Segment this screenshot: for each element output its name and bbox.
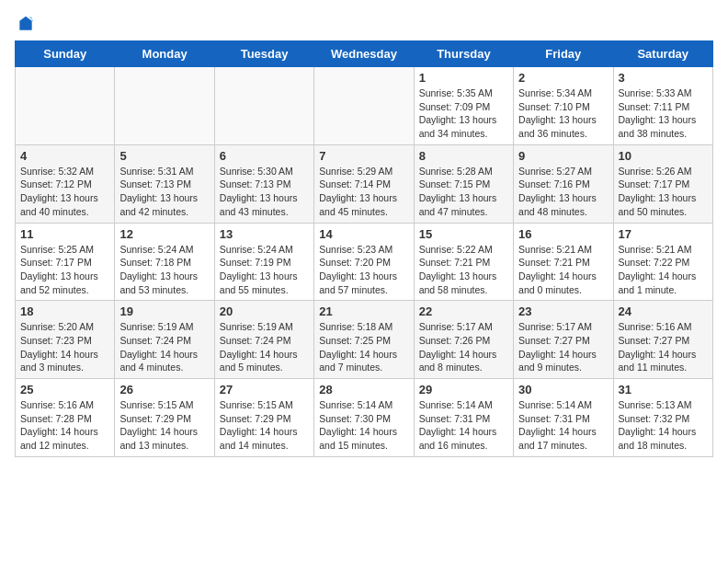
day-number: 24 — [619, 304, 708, 318]
calendar-cell: 16Sunrise: 5:21 AMSunset: 7:21 PMDayligh… — [514, 223, 613, 301]
day-info: Sunrise: 5:27 AMSunset: 7:16 PMDaylight:… — [518, 165, 608, 219]
calendar-cell: 15Sunrise: 5:22 AMSunset: 7:21 PMDayligh… — [414, 223, 513, 301]
day-info: Sunrise: 5:17 AMSunset: 7:27 PMDaylight:… — [518, 320, 608, 374]
day-info: Sunrise: 5:28 AMSunset: 7:15 PMDaylight:… — [419, 165, 508, 219]
day-of-week-header: Friday — [514, 41, 613, 67]
calendar-header-row: SundayMondayTuesdayWednesdayThursdayFrid… — [16, 41, 713, 67]
day-info: Sunrise: 5:21 AMSunset: 7:22 PMDaylight:… — [619, 243, 708, 297]
day-info: Sunrise: 5:14 AMSunset: 7:31 PMDaylight:… — [419, 398, 508, 453]
day-number: 1 — [419, 71, 508, 85]
day-info: Sunrise: 5:22 AMSunset: 7:21 PMDaylight:… — [419, 243, 508, 297]
calendar-cell: 27Sunrise: 5:15 AMSunset: 7:29 PMDayligh… — [214, 379, 313, 457]
day-of-week-header: Wednesday — [314, 41, 414, 67]
calendar-cell: 30Sunrise: 5:14 AMSunset: 7:31 PMDayligh… — [514, 379, 613, 457]
calendar-cell: 13Sunrise: 5:24 AMSunset: 7:19 PMDayligh… — [214, 223, 313, 301]
calendar-cell: 18Sunrise: 5:20 AMSunset: 7:23 PMDayligh… — [16, 301, 115, 379]
calendar-cell: 1Sunrise: 5:35 AMSunset: 7:09 PMDaylight… — [414, 67, 513, 145]
day-info: Sunrise: 5:13 AMSunset: 7:32 PMDaylight:… — [619, 398, 708, 453]
day-number: 27 — [220, 383, 309, 396]
calendar-cell: 10Sunrise: 5:26 AMSunset: 7:17 PMDayligh… — [613, 144, 712, 223]
day-info: Sunrise: 5:30 AMSunset: 7:13 PMDaylight:… — [220, 165, 309, 219]
day-info: Sunrise: 5:17 AMSunset: 7:26 PMDaylight:… — [419, 320, 508, 374]
calendar-cell: 20Sunrise: 5:19 AMSunset: 7:24 PMDayligh… — [214, 301, 313, 379]
calendar-cell — [115, 67, 214, 145]
day-number: 11 — [20, 227, 109, 241]
day-of-week-header: Monday — [115, 41, 214, 67]
day-info: Sunrise: 5:35 AMSunset: 7:09 PMDaylight:… — [419, 86, 508, 141]
day-info: Sunrise: 5:16 AMSunset: 7:27 PMDaylight:… — [619, 320, 708, 374]
calendar-cell: 4Sunrise: 5:32 AMSunset: 7:12 PMDaylight… — [16, 144, 115, 223]
day-info: Sunrise: 5:33 AMSunset: 7:11 PMDaylight:… — [619, 86, 708, 141]
calendar-cell: 17Sunrise: 5:21 AMSunset: 7:22 PMDayligh… — [613, 223, 712, 301]
day-info: Sunrise: 5:16 AMSunset: 7:28 PMDaylight:… — [20, 398, 109, 453]
calendar-cell: 14Sunrise: 5:23 AMSunset: 7:20 PMDayligh… — [314, 223, 414, 301]
calendar-cell — [314, 67, 414, 145]
logo-icon — [17, 15, 35, 33]
day-number: 9 — [518, 149, 608, 163]
day-info: Sunrise: 5:15 AMSunset: 7:29 PMDaylight:… — [119, 398, 209, 453]
calendar-cell: 9Sunrise: 5:27 AMSunset: 7:16 PMDaylight… — [514, 144, 613, 223]
day-number: 3 — [619, 71, 708, 85]
day-info: Sunrise: 5:25 AMSunset: 7:17 PMDaylight:… — [20, 243, 109, 297]
calendar-cell: 2Sunrise: 5:34 AMSunset: 7:10 PMDaylight… — [514, 67, 613, 145]
day-number: 25 — [20, 383, 109, 396]
day-number: 30 — [518, 383, 608, 396]
calendar-cell — [16, 67, 115, 145]
day-info: Sunrise: 5:23 AMSunset: 7:20 PMDaylight:… — [319, 243, 408, 297]
day-number: 12 — [119, 227, 209, 241]
day-number: 20 — [220, 304, 309, 318]
day-number: 23 — [518, 304, 608, 318]
day-number: 29 — [419, 383, 508, 396]
day-number: 7 — [319, 149, 408, 163]
day-number: 5 — [119, 149, 209, 163]
day-info: Sunrise: 5:24 AMSunset: 7:18 PMDaylight:… — [119, 243, 209, 297]
calendar-cell: 19Sunrise: 5:19 AMSunset: 7:24 PMDayligh… — [115, 301, 214, 379]
day-info: Sunrise: 5:31 AMSunset: 7:13 PMDaylight:… — [119, 165, 209, 219]
day-number: 14 — [319, 227, 408, 241]
calendar-cell: 5Sunrise: 5:31 AMSunset: 7:13 PMDaylight… — [115, 144, 214, 223]
calendar-cell: 3Sunrise: 5:33 AMSunset: 7:11 PMDaylight… — [613, 67, 712, 145]
calendar-cell: 26Sunrise: 5:15 AMSunset: 7:29 PMDayligh… — [115, 379, 214, 457]
day-info: Sunrise: 5:34 AMSunset: 7:10 PMDaylight:… — [518, 86, 608, 141]
day-number: 28 — [319, 383, 408, 396]
calendar-cell: 12Sunrise: 5:24 AMSunset: 7:18 PMDayligh… — [115, 223, 214, 301]
day-info: Sunrise: 5:26 AMSunset: 7:17 PMDaylight:… — [619, 165, 708, 219]
calendar-cell: 25Sunrise: 5:16 AMSunset: 7:28 PMDayligh… — [16, 379, 115, 457]
day-of-week-header: Thursday — [414, 41, 513, 67]
calendar-cell: 8Sunrise: 5:28 AMSunset: 7:15 PMDaylight… — [414, 144, 513, 223]
day-of-week-header: Sunday — [16, 41, 115, 67]
day-of-week-header: Tuesday — [214, 41, 313, 67]
day-info: Sunrise: 5:29 AMSunset: 7:14 PMDaylight:… — [319, 165, 408, 219]
day-number: 17 — [619, 227, 708, 241]
page-header — [15, 15, 713, 33]
day-number: 4 — [20, 149, 109, 163]
calendar-cell — [214, 67, 313, 145]
day-info: Sunrise: 5:19 AMSunset: 7:24 PMDaylight:… — [220, 320, 309, 374]
calendar-cell: 22Sunrise: 5:17 AMSunset: 7:26 PMDayligh… — [414, 301, 513, 379]
day-number: 18 — [20, 304, 109, 318]
day-number: 21 — [319, 304, 408, 318]
day-of-week-header: Saturday — [613, 41, 712, 67]
calendar-cell: 23Sunrise: 5:17 AMSunset: 7:27 PMDayligh… — [514, 301, 613, 379]
day-number: 2 — [518, 71, 608, 85]
logo — [15, 15, 35, 33]
day-number: 31 — [619, 383, 708, 396]
day-number: 22 — [419, 304, 508, 318]
day-info: Sunrise: 5:15 AMSunset: 7:29 PMDaylight:… — [220, 398, 309, 453]
calendar-cell: 7Sunrise: 5:29 AMSunset: 7:14 PMDaylight… — [314, 144, 414, 223]
day-number: 26 — [119, 383, 209, 396]
day-info: Sunrise: 5:24 AMSunset: 7:19 PMDaylight:… — [220, 243, 309, 297]
calendar-cell: 24Sunrise: 5:16 AMSunset: 7:27 PMDayligh… — [613, 301, 712, 379]
day-number: 13 — [220, 227, 309, 241]
calendar-cell: 21Sunrise: 5:18 AMSunset: 7:25 PMDayligh… — [314, 301, 414, 379]
day-number: 6 — [220, 149, 309, 163]
calendar-cell: 28Sunrise: 5:14 AMSunset: 7:30 PMDayligh… — [314, 379, 414, 457]
day-number: 16 — [518, 227, 608, 241]
day-number: 15 — [419, 227, 508, 241]
calendar-table: SundayMondayTuesdayWednesdayThursdayFrid… — [15, 40, 713, 457]
day-info: Sunrise: 5:18 AMSunset: 7:25 PMDaylight:… — [319, 320, 408, 374]
day-info: Sunrise: 5:32 AMSunset: 7:12 PMDaylight:… — [20, 165, 109, 219]
day-info: Sunrise: 5:19 AMSunset: 7:24 PMDaylight:… — [119, 320, 209, 374]
calendar-cell: 31Sunrise: 5:13 AMSunset: 7:32 PMDayligh… — [613, 379, 712, 457]
calendar-cell: 11Sunrise: 5:25 AMSunset: 7:17 PMDayligh… — [16, 223, 115, 301]
